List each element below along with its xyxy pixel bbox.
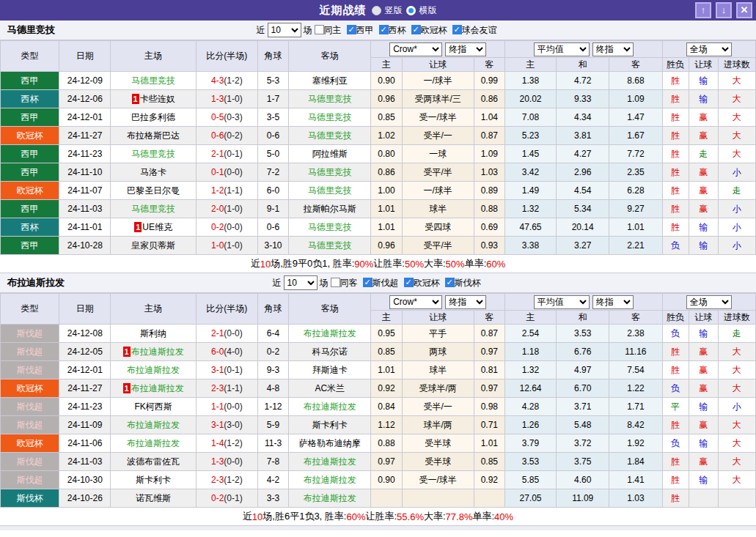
home-odds: 1.01 — [371, 361, 402, 379]
avg-home-odds: 1.32 — [504, 200, 556, 218]
away-team-name: 马德里竞技 — [308, 112, 352, 122]
score: 0-2(0-0) — [196, 218, 257, 237]
col-avg-draw: 和 — [557, 311, 609, 325]
match-date: 24-11-23 — [59, 145, 111, 163]
table-row: 欧冠杯24-11-27布拉格斯巴达0-6(0-2)0-6马德里竞技1.02受半/… — [1, 127, 756, 145]
result-handicap: 输 — [689, 90, 718, 108]
same-venue-checkbox[interactable] — [331, 278, 340, 287]
corner-count: 5-0 — [257, 145, 288, 163]
avg-draw-odds: 3.27 — [557, 237, 609, 255]
halftime-score: (3-0) — [224, 420, 242, 430]
away-team: 阿拉维斯 — [289, 145, 371, 163]
move-down-button[interactable]: ↓ — [716, 2, 732, 18]
matches-table: 类型日期主场比分(半场)角球客场Crow*终指平均值终指全场主让球客主和客胜负让… — [0, 293, 756, 508]
result-wdl: 胜 — [662, 416, 689, 434]
horizontal-layout-radio[interactable] — [406, 6, 416, 15]
league-filter-checkbox-1[interactable] — [379, 25, 389, 34]
summary-segment: 大率: — [424, 257, 446, 270]
result-goals: 大 — [718, 145, 755, 163]
avg-home-odds: 1.26 — [504, 416, 556, 434]
vertical-layout-label[interactable]: 竖版 — [385, 4, 403, 17]
team-name: 布拉迪斯拉发 — [7, 276, 65, 289]
home-odds: 1.01 — [371, 218, 402, 237]
average-select[interactable]: 平均值 — [534, 295, 590, 309]
home-odds: 0.96 — [371, 237, 402, 255]
move-up-button[interactable]: ↑ — [695, 2, 711, 18]
summary-segment: 近 — [243, 510, 252, 523]
home-odds: 0.90 — [371, 471, 402, 489]
col-corner: 角球 — [257, 41, 288, 72]
vertical-layout-radio[interactable] — [372, 6, 381, 15]
avg-home-odds: 3.53 — [504, 453, 556, 471]
match-date: 24-11-06 — [59, 434, 111, 453]
avg-away-odds: 1.92 — [609, 434, 662, 453]
corner-count: 9-1 — [257, 200, 288, 218]
record-summary: 近10场,胜6平1负3, 胜率:60% 让胜率:55.6% 大率:77.8% 单… — [0, 508, 756, 526]
match-count-select[interactable]: 10 — [284, 275, 318, 290]
bookmaker-select[interactable]: Crow* — [389, 42, 442, 56]
avg-draw-odds: 5.34 — [557, 200, 609, 218]
fulltime-score: 0-6 — [211, 130, 224, 141]
corner-count: 0-2 — [257, 343, 288, 361]
final-odds-select-2[interactable]: 终指 — [592, 42, 634, 56]
score: 1-2(1-1) — [196, 182, 257, 200]
away-team: 科马尔诺 — [289, 343, 371, 361]
bookmaker-select[interactable]: Crow* — [389, 295, 442, 309]
close-button[interactable]: ✕ — [736, 2, 752, 18]
summary-segment: 60% — [486, 259, 505, 270]
avg-away-odds: 1.22 — [609, 379, 662, 398]
col-corner: 角球 — [257, 294, 288, 325]
result-wdl: 胜 — [662, 343, 689, 361]
avg-draw-odds: 3.53 — [557, 325, 609, 343]
away-team: 布拉迪斯拉发 — [289, 489, 371, 508]
league-filter-checkbox-1[interactable] — [404, 278, 414, 287]
fulltime-score: 2-3 — [211, 383, 224, 393]
corner-count: 6-0 — [257, 182, 288, 200]
final-odds-select[interactable]: 终指 — [445, 42, 486, 56]
fulltime-score: 0-5 — [211, 112, 224, 122]
result-wdl: 胜 — [662, 471, 689, 489]
table-row: 西甲24-11-23马德里竞技2-1(0-1)5-0阿拉维斯0.80一球1.09… — [1, 145, 756, 163]
league-filter-checkbox-2[interactable] — [445, 278, 455, 287]
table-row: 斯伐超24-11-03波德布雷佐瓦1-3(0-0)7-8布拉迪斯拉发0.97受半… — [1, 453, 756, 471]
horizontal-layout-label[interactable]: 横版 — [419, 4, 437, 17]
result-handicap: 输 — [689, 218, 718, 237]
same-venue-checkbox[interactable] — [315, 25, 324, 34]
league-badge: 西甲 — [1, 200, 59, 218]
home-team-name: 布拉迪斯拉发 — [131, 347, 184, 357]
average-select[interactable]: 平均值 — [534, 42, 590, 56]
away-odds: 0.88 — [474, 200, 504, 218]
home-odds: 0.97 — [371, 453, 402, 471]
layout-radio-group: 竖版 横版 — [372, 4, 437, 17]
halftime-score: (1-2) — [224, 75, 242, 86]
scope-select[interactable]: 全场 — [686, 295, 732, 309]
avg-home-odds: 3.79 — [504, 434, 556, 453]
league-filter-checkbox-2[interactable] — [411, 25, 421, 34]
away-team-name: 布拉迪斯拉发 — [304, 493, 356, 503]
home-team: 马洛卡 — [111, 163, 196, 182]
result-handicap: 赢 — [689, 343, 718, 361]
league-filter-checkbox-0[interactable] — [347, 25, 356, 34]
final-odds-select-2[interactable]: 终指 — [592, 295, 634, 309]
scope-select[interactable]: 全场 — [686, 42, 732, 56]
result-wdl: 胜 — [662, 182, 689, 200]
home-team: 巴拉多利德 — [111, 108, 196, 127]
result-wdl: 胜 — [662, 453, 689, 471]
result-wdl: 胜 — [662, 163, 689, 182]
corner-count: 4-8 — [257, 379, 288, 398]
avg-draw-odds: 6.76 — [557, 343, 609, 361]
fulltime-score: 0-1 — [211, 167, 224, 177]
corner-count: 9-3 — [257, 361, 288, 379]
away-odds: 0.92 — [474, 471, 504, 489]
summary-segment: 大率: — [424, 510, 446, 523]
league-badge: 欧冠杯 — [1, 127, 59, 145]
away-team-name: 马德里竞技 — [308, 130, 352, 141]
league-filter-checkbox-0[interactable] — [363, 278, 373, 287]
league-filter-checkbox-3[interactable] — [452, 25, 462, 34]
match-count-select[interactable]: 10 — [268, 23, 301, 37]
final-odds-select[interactable]: 终指 — [445, 295, 486, 309]
avg-away-odds: 1.09 — [609, 90, 662, 108]
away-odds: 0.71 — [474, 416, 504, 434]
matches-table: 类型日期主场比分(半场)角球客场Crow*终指平均值终指全场主让球客主和客胜负让… — [0, 40, 756, 255]
table-row: 斯伐超24-11-09布拉迪斯拉发3-1(3-0)5-9斯卡利卡1.12球半/两… — [1, 416, 756, 434]
